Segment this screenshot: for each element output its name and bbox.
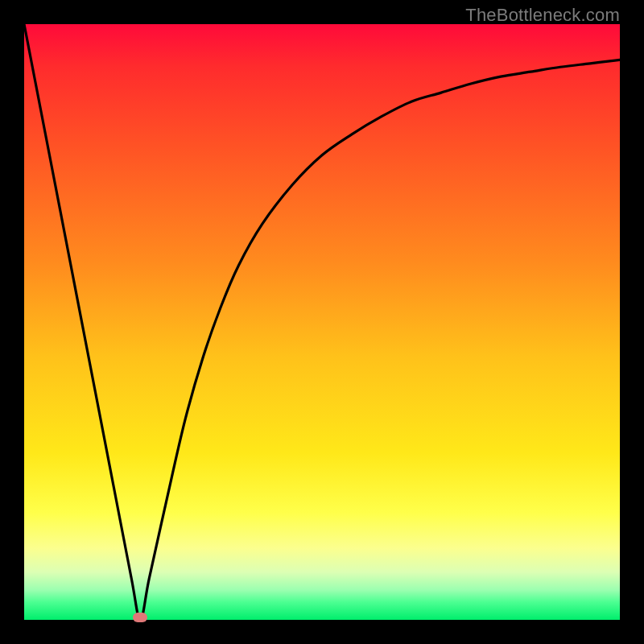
min-marker bbox=[133, 613, 147, 622]
curve-path bbox=[24, 24, 620, 620]
watermark-text: TheBottleneck.com bbox=[465, 5, 620, 26]
plot-area bbox=[24, 24, 620, 620]
curve-svg bbox=[24, 24, 620, 620]
chart-frame: TheBottleneck.com bbox=[0, 0, 644, 644]
